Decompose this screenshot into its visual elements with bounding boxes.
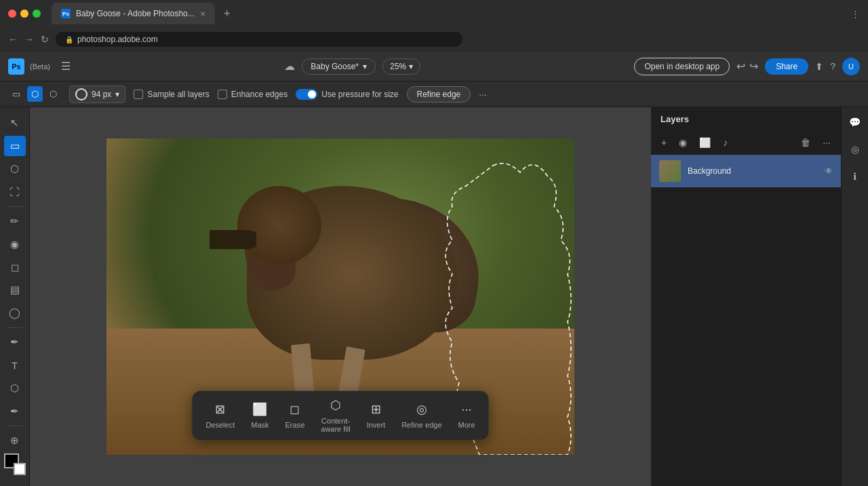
tab-close-btn[interactable]: ✕ <box>200 10 205 18</box>
more-icon: ··· <box>462 403 472 417</box>
lasso-tool-icon[interactable]: ⬡ <box>4 159 26 179</box>
ps-logo-icon: Ps <box>8 58 24 75</box>
traffic-lights <box>8 10 41 18</box>
eraser-tool-icon[interactable]: ◻ <box>4 257 26 278</box>
user-avatar[interactable]: U <box>842 58 860 75</box>
enhance-edges-label: Enhance edges <box>231 90 288 99</box>
erase-icon: ◻ <box>290 402 300 417</box>
invert-tool-item[interactable]: ⊞ Invert <box>367 402 386 429</box>
invert-icon: ⊞ <box>371 402 381 417</box>
enhance-edges-checkbox[interactable] <box>218 90 227 99</box>
minimize-traffic-light[interactable] <box>20 10 28 18</box>
color-swatches[interactable] <box>4 453 26 475</box>
open-in-desktop-button[interactable]: Open in desktop app <box>634 58 730 75</box>
hamburger-menu-button[interactable]: ☰ <box>61 60 71 73</box>
nav-refresh-button[interactable]: ↻ <box>41 34 49 45</box>
layer-row[interactable]: Background 👁 <box>651 155 841 187</box>
browser-controls: ⋮ <box>851 9 860 19</box>
foreground-background-swatches[interactable] <box>4 453 26 475</box>
cloud-sync-icon[interactable]: ☁ <box>284 60 295 73</box>
tab-bar: Ps Baby Goose - Adobe Photosho... ✕ + <box>52 3 446 24</box>
layers-panel-title: Layers <box>660 114 689 124</box>
content-aware-fill-tool-item[interactable]: ⬡ Content-aware fill <box>321 398 350 433</box>
adjustments-panel-icon[interactable]: ◎ <box>847 140 863 159</box>
content-aware-fill-label: Content-aware fill <box>321 417 350 433</box>
crop-tool-icon[interactable]: ⛶ <box>4 182 26 202</box>
browser-chrome: Ps Baby Goose - Adobe Photosho... ✕ + ⋮ <box>0 0 868 27</box>
right-side: Layers + ◉ ⬜ ♪ 🗑 ··· Background <box>651 107 868 486</box>
add-adjustment-button[interactable]: ⬜ <box>696 135 714 150</box>
share-button[interactable]: Share <box>765 58 808 75</box>
gradient-tool-icon[interactable]: ▤ <box>4 280 26 301</box>
deselect-icon: ⊠ <box>215 402 225 417</box>
redo-button[interactable]: ↪ <box>749 60 758 73</box>
content-aware-fill-icon: ⬡ <box>330 398 341 413</box>
layer-name-text: Background <box>688 166 818 176</box>
stamp-tool-icon[interactable]: ◉ <box>4 234 26 255</box>
selection-tool-icon[interactable]: ▭ <box>4 136 26 156</box>
erase-tool-item[interactable]: ◻ Erase <box>285 402 305 429</box>
sample-all-layers-checkbox[interactable] <box>134 90 143 99</box>
shape-tool-icon[interactable]: ⬡ <box>4 378 26 398</box>
export-icon[interactable]: ⬆ <box>815 61 823 72</box>
measure-tool-icon[interactable]: ⊕ <box>4 430 26 451</box>
canvas-wrapper: ⊠ Deselect ⬜ Mask ◻ Erase ⬡ Content-awar… <box>106 138 574 455</box>
type-tool-icon[interactable]: T <box>4 355 26 375</box>
lasso-tool-btn[interactable]: ⬡ <box>27 86 43 102</box>
app-container: Ps (Beta) ☰ ☁ Baby Goose* ▾ 25% ▾ Open i… <box>0 52 868 486</box>
fullscreen-traffic-light[interactable] <box>33 10 41 18</box>
tab-title: Baby Goose - Adobe Photosho... <box>76 9 195 18</box>
use-pressure-label: Use pressure for size <box>321 90 398 99</box>
app-logo: Ps (Beta) <box>8 58 50 75</box>
tool-options-more-button[interactable]: ··· <box>479 89 487 100</box>
undo-redo-group: ↩ ↪ <box>736 60 758 73</box>
use-pressure-toggle[interactable] <box>296 89 317 100</box>
nav-back-button[interactable]: ← <box>8 34 18 45</box>
mask-label: Mask <box>251 421 269 429</box>
refine-edge-button[interactable]: Refine edge <box>407 86 471 102</box>
sample-all-layers-option: Sample all layers <box>134 90 209 99</box>
delete-layer-button[interactable]: 🗑 <box>797 135 814 150</box>
tools-panel: ↖ ▭ ⬡ ⛶ ✏ ◉ ◻ ▤ ◯ ✒ T ⬡ ✒ ⊕ <box>0 107 30 486</box>
info-panel-icon[interactable]: ℹ <box>849 167 861 186</box>
dodge-tool-icon[interactable]: ◯ <box>4 303 26 323</box>
address-bar[interactable]: 🔒 photoshop.adobe.com <box>56 32 462 47</box>
new-tab-button[interactable]: + <box>219 5 235 22</box>
brush-tool-icon[interactable]: ✏ <box>4 211 26 231</box>
undo-button[interactable]: ↩ <box>736 60 745 73</box>
nav-forward-button[interactable]: → <box>24 34 34 45</box>
layer-thumbnail <box>659 160 681 182</box>
brush-size-chevron: ▾ <box>115 90 119 99</box>
help-icon[interactable]: ? <box>830 61 835 72</box>
invert-label: Invert <box>367 421 386 429</box>
active-tab[interactable]: Ps Baby Goose - Adobe Photosho... ✕ <box>52 3 215 24</box>
deselect-tool-item[interactable]: ⊠ Deselect <box>205 402 235 429</box>
move-tool-icon[interactable]: ↖ <box>4 113 26 133</box>
rectangular-select-tool-btn[interactable]: ▭ <box>8 86 24 102</box>
browser-menu-icon[interactable]: ⋮ <box>851 9 860 19</box>
app-toolbar: Ps (Beta) ☰ ☁ Baby Goose* ▾ 25% ▾ Open i… <box>0 52 868 81</box>
document-name-pill[interactable]: Baby Goose* ▾ <box>302 58 376 75</box>
tool-separator-3 <box>7 426 23 426</box>
add-layer-button[interactable]: + <box>658 135 670 150</box>
layers-more-options-button[interactable]: ··· <box>819 135 834 150</box>
add-style-button[interactable]: ♪ <box>719 135 731 150</box>
zoom-level-pill[interactable]: 25% ▾ <box>382 58 420 75</box>
use-pressure-option: Use pressure for size <box>296 89 398 100</box>
mask-tool-item[interactable]: ⬜ Mask <box>251 402 269 429</box>
layer-visibility-icon[interactable]: 👁 <box>825 166 833 176</box>
beta-tag: (Beta) <box>30 62 50 71</box>
close-traffic-light[interactable] <box>8 10 16 18</box>
background-color-swatch[interactable] <box>14 463 26 475</box>
brush-size-control[interactable]: 94 px ▾ <box>69 86 125 103</box>
layers-toolbar: + ◉ ⬜ ♪ 🗑 ··· <box>651 131 841 155</box>
brush-size-value: 94 px <box>92 90 111 99</box>
add-mask-button[interactable]: ◉ <box>675 135 690 150</box>
address-bar-row: ← → ↻ 🔒 photoshop.adobe.com <box>0 27 868 52</box>
pen-tool-icon[interactable]: ✒ <box>4 332 26 352</box>
more-tool-item[interactable]: ··· More <box>458 403 475 429</box>
magic-wand-tool-btn[interactable]: ⬡ <box>45 86 61 102</box>
eyedropper-tool-icon[interactable]: ✒ <box>4 401 26 422</box>
refine-edge-tool-item[interactable]: ◎ Refine edge <box>401 402 441 429</box>
comments-panel-icon[interactable]: 💬 <box>845 113 865 132</box>
